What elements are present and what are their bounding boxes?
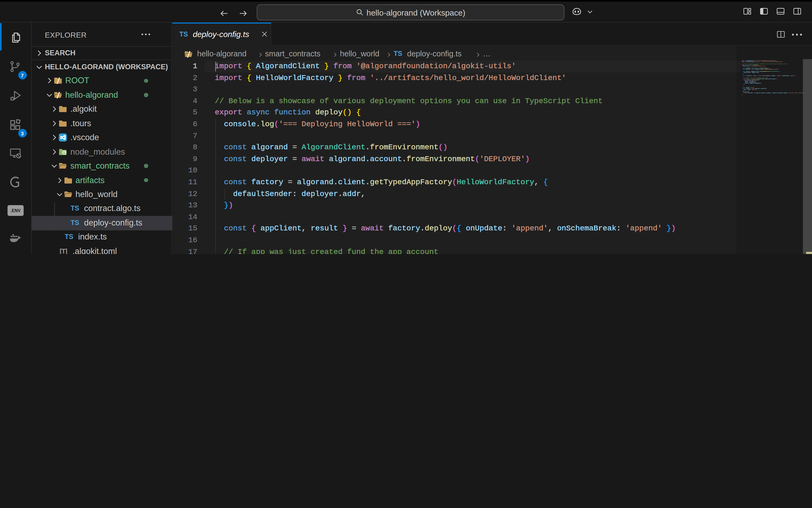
svg-text:JS: JS (62, 151, 66, 154)
